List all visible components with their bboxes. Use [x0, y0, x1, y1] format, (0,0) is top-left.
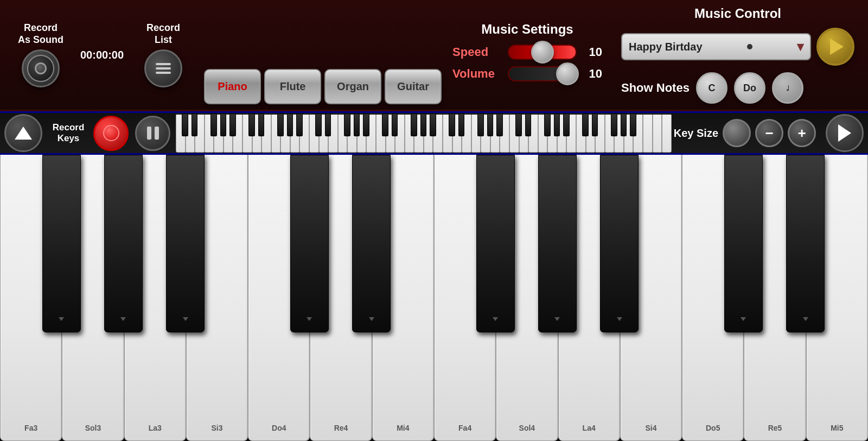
- instruments-section: Piano Flute Organ Guitar: [204, 69, 442, 110]
- note-c-button[interactable]: C: [696, 72, 727, 104]
- note-extra-icon: ♩: [786, 84, 789, 92]
- song-control-row: Happy Birtday ▾: [621, 28, 854, 66]
- record-sound-label: RecordAs Sound: [18, 22, 63, 46]
- record-list-label: RecordList: [146, 22, 180, 46]
- up-arrow-icon: [15, 127, 32, 140]
- record-sound-inner: [27, 55, 54, 82]
- play-icon: [830, 39, 844, 55]
- dropdown-dot: [747, 44, 752, 49]
- speed-knob[interactable]: [531, 41, 554, 64]
- black-key-dos4[interactable]: [290, 155, 329, 332]
- black-key-las4[interactable]: [600, 155, 639, 332]
- black-key-fas4[interactable]: [476, 155, 515, 332]
- middle-control-bar: Record Keys Key Size − +: [0, 111, 868, 155]
- speed-label: Speed: [452, 45, 501, 59]
- key-size-label: Key Size: [674, 127, 718, 140]
- record-list-button[interactable]: [144, 49, 182, 87]
- key-size-minus-button[interactable]: −: [755, 119, 783, 147]
- pause-button[interactable]: [135, 116, 170, 151]
- record-keys-label: Record Keys: [47, 122, 90, 144]
- mini-keyboard: [176, 114, 672, 153]
- record-red-dot-icon: [103, 125, 119, 141]
- pause-icon: [147, 127, 159, 140]
- list-icon: [156, 63, 171, 74]
- record-keys-button[interactable]: [93, 116, 129, 151]
- record-sound-button[interactable]: [22, 49, 60, 87]
- volume-value: 10: [583, 67, 602, 81]
- right-arrow-icon: [838, 124, 851, 142]
- black-key-las3[interactable]: [166, 155, 205, 332]
- black-key-fas3[interactable]: [42, 155, 81, 332]
- volume-row: Volume 10: [452, 66, 602, 81]
- key-size-section: Key Size − +: [674, 119, 816, 147]
- speed-value: 10: [583, 45, 602, 59]
- piano-keyboard: Fa3Sol3La3Si3Do4Re4Mi4Fa4Sol4La4Si4Do5Re…: [0, 155, 868, 441]
- guitar-button[interactable]: Guitar: [385, 69, 442, 104]
- volume-knob[interactable]: [556, 62, 579, 85]
- music-control-section: Music Control Happy Birtday ▾ Show Notes…: [613, 1, 863, 109]
- show-notes-label: Show Notes: [621, 81, 690, 95]
- note-extra-button[interactable]: ♩: [772, 72, 803, 104]
- nav-right-button[interactable]: [826, 114, 864, 152]
- song-dropdown[interactable]: Happy Birtday ▾: [621, 33, 811, 60]
- music-settings-title: Music Settings: [481, 22, 573, 37]
- top-bar: RecordAs Sound 00:00:00 RecordList Piano…: [0, 0, 868, 111]
- organ-button[interactable]: Organ: [324, 69, 381, 104]
- music-control-title: Music Control: [621, 6, 854, 21]
- black-key-sols3[interactable]: [104, 155, 143, 332]
- show-notes-row: Show Notes C Do ♩: [621, 72, 854, 104]
- note-do-label: Do: [743, 83, 756, 94]
- black-key-res5[interactable]: [786, 155, 825, 332]
- nav-up-button[interactable]: [4, 114, 42, 152]
- black-key-dos5[interactable]: [724, 155, 763, 332]
- volume-slider-track[interactable]: [508, 66, 577, 81]
- record-list-section: RecordList: [128, 22, 199, 87]
- key-size-plus-button[interactable]: +: [788, 119, 816, 147]
- volume-label: Volume: [452, 67, 501, 81]
- timer-display: 00:00:00: [80, 49, 124, 61]
- black-key-sols4[interactable]: [538, 155, 577, 332]
- song-name: Happy Birtday: [629, 41, 703, 53]
- record-sound-section: RecordAs Sound: [5, 22, 76, 87]
- piano-button[interactable]: Piano: [204, 69, 261, 104]
- black-key-res4[interactable]: [352, 155, 391, 332]
- record-sound-dot: [35, 62, 47, 74]
- speed-slider-track[interactable]: [508, 45, 577, 60]
- music-settings-section: Music Settings Speed 10 Volume 10: [442, 16, 613, 93]
- flute-button[interactable]: Flute: [264, 69, 321, 104]
- note-c-label: C: [708, 83, 715, 94]
- speed-row: Speed 10: [452, 45, 602, 60]
- key-size-knob[interactable]: [723, 119, 751, 147]
- note-do-button[interactable]: Do: [734, 72, 765, 104]
- play-button[interactable]: [816, 28, 854, 66]
- dropdown-chevron-icon: ▾: [797, 39, 803, 54]
